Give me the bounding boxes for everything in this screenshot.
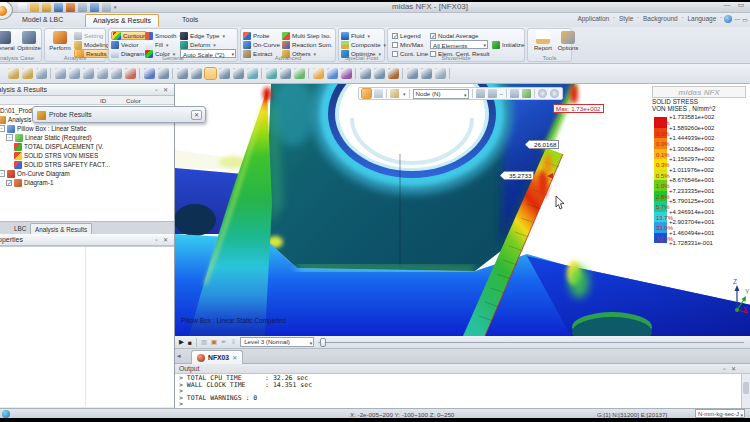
grid2-icon[interactable] xyxy=(488,89,497,98)
render-mode-icon[interactable] xyxy=(247,68,258,79)
options-button[interactable]: Options xyxy=(555,31,581,51)
menu-background[interactable]: Background xyxy=(643,15,678,22)
ribbon-tab-analysis-results[interactable]: Analysis & Results xyxy=(85,14,159,27)
legend-checkbox[interactable]: ✓Legend xyxy=(392,31,421,40)
back-view-icon[interactable] xyxy=(219,68,230,79)
tree-checkbox[interactable]: ✓ xyxy=(6,180,12,186)
probe-flag-icon[interactable] xyxy=(362,89,371,98)
elem-icon[interactable] xyxy=(374,68,385,79)
zoom-probe-icon[interactable] xyxy=(510,89,519,98)
tree-row[interactable]: -On-Curve Diagram xyxy=(0,169,70,178)
smooth-button[interactable]: Smooth▾ xyxy=(145,31,182,40)
perform-button[interactable]: Perform xyxy=(47,31,73,51)
eye-icon[interactable] xyxy=(266,68,277,79)
close-tab-icon[interactable]: ✕ xyxy=(232,354,237,361)
min-max-checkbox[interactable]: Min/Max xyxy=(392,40,423,49)
pencil-icon[interactable] xyxy=(390,89,399,98)
optimize-button[interactable]: Optimize xyxy=(16,31,42,51)
ribbon-tab-tools[interactable]: Tools xyxy=(175,14,205,27)
tree-expand-icon[interactable]: - xyxy=(6,134,13,141)
tab-scroll-left[interactable]: ◂ xyxy=(177,352,181,360)
open-icon[interactable] xyxy=(30,3,39,12)
help-icon[interactable] xyxy=(724,15,732,23)
nodal-average-checkbox[interactable]: ✓Nodal Average xyxy=(430,31,478,40)
select-cursor-icon[interactable] xyxy=(374,89,383,98)
line-icon[interactable] xyxy=(435,68,446,79)
probe-target-combo[interactable]: Node (N)▾ xyxy=(413,89,469,99)
layers-icon[interactable] xyxy=(522,89,531,98)
import-icon[interactable] xyxy=(42,3,51,12)
reaction-sum--button[interactable]: Reaction Sum. xyxy=(282,40,333,49)
model-viewport[interactable]: ▾ Node (N)▾ ~ Max: 1.73e+002 26.0168 35.… xyxy=(175,84,750,336)
tree-expand-icon[interactable]: - xyxy=(0,170,5,177)
undo-icon[interactable] xyxy=(90,3,99,12)
prev-icon[interactable]: ↞ xyxy=(221,338,226,346)
tag-orange-icon[interactable] xyxy=(313,68,324,79)
ribbon-tab-model-lbc[interactable]: Model & LBC xyxy=(15,14,70,27)
zoom-fit-icon[interactable] xyxy=(36,68,47,79)
bottom-view-icon[interactable] xyxy=(233,68,244,79)
grid-icon[interactable] xyxy=(476,89,485,98)
mdi-restore-button[interactable]: ▭ xyxy=(742,16,748,23)
qat-menu-caret[interactable]: ▾ xyxy=(114,4,117,10)
save-icon[interactable] xyxy=(54,3,63,12)
tree-expand-icon[interactable]: - xyxy=(0,125,5,132)
rotate-right-icon[interactable] xyxy=(97,68,108,79)
save-all-icon[interactable] xyxy=(66,3,75,12)
fluid-button[interactable]: Fluid▾ xyxy=(341,31,370,40)
probe-value-flag[interactable]: 35.2733 xyxy=(500,171,534,180)
mesh-icon[interactable] xyxy=(341,68,352,79)
marker-icon[interactable] xyxy=(407,68,418,79)
new-file-icon[interactable] xyxy=(18,3,27,12)
contour-button[interactable]: Contour xyxy=(111,31,147,40)
animation-slider[interactable] xyxy=(318,337,746,347)
tree-row[interactable]: SOLID STRS SAFETY FACT... xyxy=(14,160,110,169)
iso-view-icon[interactable] xyxy=(158,68,169,79)
panel-pin-close-icons[interactable]: ▫ ✕ xyxy=(155,86,170,93)
capture-icon[interactable] xyxy=(78,3,87,12)
target-icon[interactable] xyxy=(550,89,559,98)
probe-value-flag[interactable]: 26.0168 xyxy=(525,140,559,149)
tree-row[interactable]: -Linear Static (Required) xyxy=(6,133,92,142)
zoom-out-icon[interactable] xyxy=(69,68,80,79)
output-scrollbar[interactable] xyxy=(741,374,750,408)
on-curve-button[interactable]: On-Curve xyxy=(243,40,280,49)
right-view-icon[interactable] xyxy=(205,68,216,79)
redo-icon[interactable] xyxy=(102,3,111,12)
restore-button[interactable]: ▭ xyxy=(736,2,746,9)
menu-language[interactable]: Language xyxy=(687,15,716,22)
shade-icon[interactable] xyxy=(280,68,291,79)
minimize-button[interactable]: — xyxy=(722,2,732,9)
node-icon[interactable] xyxy=(360,68,371,79)
tag-blue-icon[interactable] xyxy=(327,68,338,79)
vector-button[interactable]: Vector xyxy=(111,40,139,49)
tree-row[interactable]: -Pillow Box : Linear Static xyxy=(0,124,86,133)
select-icon[interactable] xyxy=(8,68,19,79)
deform-button[interactable]: Deform▾ xyxy=(180,40,216,49)
close-icon[interactable]: ✕ xyxy=(191,110,202,120)
probe-blue-icon[interactable] xyxy=(144,68,155,79)
composite-button[interactable]: Composite▾ xyxy=(341,40,386,49)
play-button[interactable]: ▶ xyxy=(179,338,184,346)
modeling-button[interactable]: Modeling xyxy=(74,40,109,49)
edge-type-button[interactable]: Edge Type▾ xyxy=(180,31,225,40)
tree-row[interactable]: SOLID STRS VON MISES xyxy=(14,151,98,160)
measure-icon[interactable] xyxy=(421,68,432,79)
elements-filter-combo[interactable]: All Elements▾ xyxy=(430,40,488,49)
probe-red-icon[interactable] xyxy=(125,68,136,79)
stop-button[interactable]: ■ xyxy=(188,339,192,346)
tree-row[interactable]: TOTAL DISPLACEMENT (V. xyxy=(14,142,103,151)
tree-row[interactable]: ✓Diagram-1 xyxy=(6,178,53,187)
clock-icon[interactable] xyxy=(538,89,547,98)
fill-button[interactable]: Fill▾ xyxy=(145,40,168,49)
general-button[interactable]: General xyxy=(0,31,17,51)
front-view-icon[interactable] xyxy=(177,68,188,79)
top-view-icon[interactable] xyxy=(191,68,202,79)
animation-level-combo[interactable]: Level 3 (Normal)▾ xyxy=(240,337,314,347)
mdi-minimize-button[interactable]: — xyxy=(734,16,740,22)
multi-step-iso--button[interactable]: Multi Step Iso. xyxy=(282,31,331,40)
initialize-button[interactable]: Initialize xyxy=(492,40,524,49)
record-icon[interactable]: ▣ xyxy=(211,338,217,346)
chart-icon[interactable]: ▥ xyxy=(201,338,207,346)
document-tab[interactable]: NFX03 ✕ xyxy=(191,350,243,364)
